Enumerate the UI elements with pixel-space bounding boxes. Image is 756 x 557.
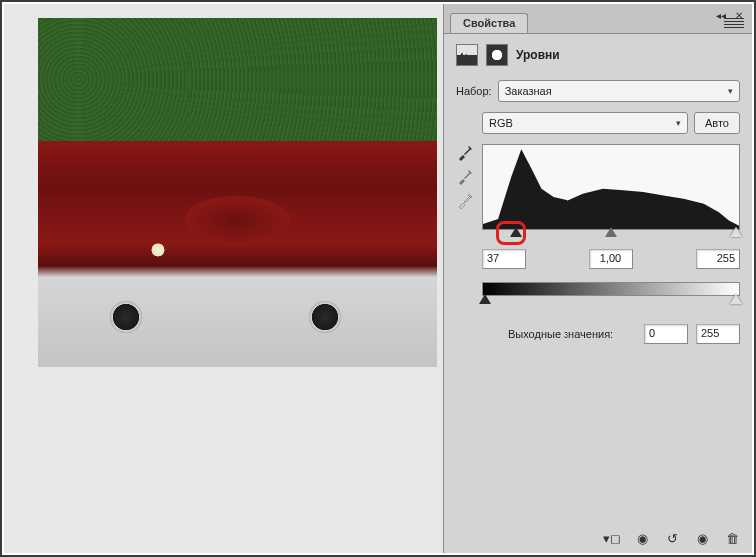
input-gamma-field[interactable]: 1,00 xyxy=(589,249,633,269)
auto-button[interactable]: Авто xyxy=(694,112,740,134)
channel-value: RGB xyxy=(489,117,513,129)
trash-icon[interactable]: 🗑 xyxy=(722,529,742,547)
output-slider-track[interactable] xyxy=(482,296,740,310)
input-slider-track[interactable] xyxy=(482,229,740,243)
output-white-field[interactable]: 255 xyxy=(696,324,740,344)
adjustment-title: Уровни xyxy=(516,48,560,62)
gamma-slider[interactable] xyxy=(605,227,617,237)
properties-panel: ◂◂ ✕ Свойства Уровни Набор: Заказная R xyxy=(443,4,752,553)
white-point-slider[interactable] xyxy=(730,227,742,237)
eyedropper-black-icon[interactable] xyxy=(456,144,474,162)
preset-label: Набор: xyxy=(456,85,492,97)
levels-icon xyxy=(456,44,478,66)
visibility-icon[interactable]: ◉ xyxy=(692,529,712,547)
output-black-field[interactable]: 0 xyxy=(644,324,688,344)
close-icon[interactable]: ✕ xyxy=(732,8,746,22)
preset-value: Заказная xyxy=(505,85,552,97)
reset-icon[interactable]: ↺ xyxy=(662,529,682,547)
tab-properties[interactable]: Свойства xyxy=(450,13,528,33)
channel-select[interactable]: RGB xyxy=(482,112,688,134)
eyedropper-white-icon[interactable] xyxy=(456,192,474,210)
eyedropper-gray-icon[interactable] xyxy=(456,168,474,186)
input-black-field[interactable]: 37 xyxy=(482,249,526,269)
output-black-slider[interactable] xyxy=(479,294,491,304)
mask-icon[interactable] xyxy=(486,44,508,66)
clip-to-layer-icon[interactable]: ▾◻ xyxy=(602,529,622,547)
histogram-svg xyxy=(483,145,739,229)
black-point-slider[interactable] xyxy=(510,227,522,237)
input-white-field[interactable]: 255 xyxy=(696,249,740,269)
canvas-area[interactable] xyxy=(4,4,443,553)
output-gradient xyxy=(482,282,740,296)
preset-select[interactable]: Заказная xyxy=(498,80,740,102)
document-image xyxy=(38,18,437,367)
histogram-chart[interactable] xyxy=(482,144,740,230)
output-white-slider[interactable] xyxy=(730,294,742,304)
collapse-icon[interactable]: ◂◂ xyxy=(714,8,728,22)
view-previous-icon[interactable]: ◉ xyxy=(632,529,652,547)
output-label: Выходные значения: xyxy=(508,328,613,340)
